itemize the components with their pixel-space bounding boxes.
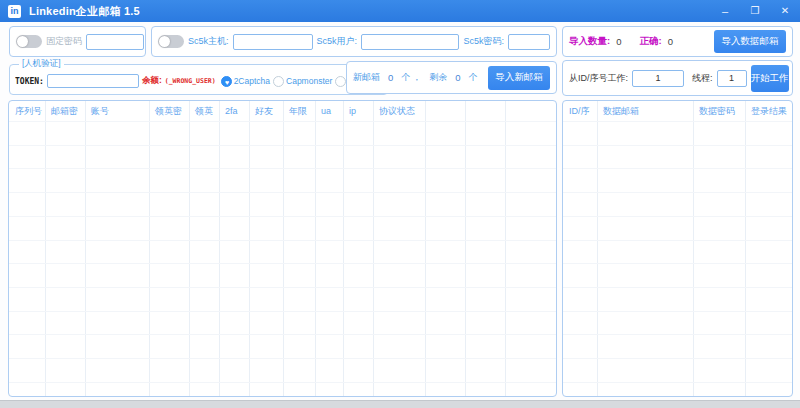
row-line xyxy=(9,121,556,122)
radio-capmonster-label: Capmonster xyxy=(286,76,332,86)
title-bar: in Linkedin企业邮箱 1.5 – ❐ ✕ xyxy=(0,0,800,22)
remain-label: 剩余 xyxy=(429,71,447,84)
col-li-cookie: 领英Ck xyxy=(189,101,219,121)
thread-input[interactable] xyxy=(717,70,747,87)
import-data-mail-button[interactable]: 导入数据邮箱 xyxy=(714,30,786,53)
thread-label: 线程: xyxy=(692,72,713,85)
maximize-button[interactable]: ❐ xyxy=(748,5,762,17)
row-line xyxy=(9,192,556,193)
remain-value: 0 xyxy=(455,72,460,83)
mailbox-count-value: 0 xyxy=(388,72,393,83)
socks-host-label: Sc5k主机: xyxy=(188,35,229,48)
socks-pass-input[interactable] xyxy=(508,34,550,50)
col-ua: ua xyxy=(315,101,343,121)
row-line xyxy=(9,287,556,288)
row-line xyxy=(563,121,792,122)
row-line xyxy=(563,382,792,383)
remain-unit: 个 xyxy=(469,71,478,84)
mailbox-count-unit: 个 xyxy=(401,71,410,84)
col-friends: 好友 xyxy=(249,101,283,121)
col-ip: ip xyxy=(343,101,373,121)
fixed-password-input[interactable] xyxy=(86,34,144,50)
token-input[interactable] xyxy=(47,74,139,88)
socks-host-input[interactable] xyxy=(233,34,313,50)
col-id: ID/序号 xyxy=(563,101,597,121)
row-line xyxy=(563,334,792,335)
row-line xyxy=(9,334,556,335)
socks-user-input[interactable] xyxy=(361,34,459,50)
row-line xyxy=(563,192,792,193)
socks-pass-label: Sc5k密码: xyxy=(463,35,504,48)
fixed-password-panel: 固定密码 xyxy=(9,26,146,57)
col-age: 年限 xyxy=(283,101,315,121)
col-proto-status: 协议状态 xyxy=(373,101,425,121)
col-2fa: 2fa xyxy=(219,101,249,121)
work-from-label: 从ID/序号工作: xyxy=(569,72,628,85)
col-data-password: 数据密码 xyxy=(693,101,745,121)
row-line xyxy=(563,287,792,288)
fixed-password-toggle[interactable] xyxy=(16,35,42,48)
row-line xyxy=(563,168,792,169)
socks-user-label: Sc5k用户: xyxy=(317,35,358,48)
row-line xyxy=(9,311,556,312)
toggle-knob-icon xyxy=(17,36,28,47)
row-line xyxy=(9,168,556,169)
close-button[interactable]: ✕ xyxy=(778,5,792,17)
fixed-password-label: 固定密码 xyxy=(46,35,82,48)
radio-unselected-icon xyxy=(335,76,346,87)
mailbox-count-label: 新邮箱 xyxy=(353,71,380,84)
radio-unselected-icon xyxy=(273,76,284,87)
row-line xyxy=(563,263,792,264)
row-line xyxy=(563,216,792,217)
token-label: TOKEN: xyxy=(15,77,44,86)
balance-value: (_WRONG_USER) xyxy=(165,77,216,85)
linkedin-logo-icon: in xyxy=(8,5,21,18)
minimize-button[interactable]: – xyxy=(718,5,732,17)
socks-panel: Sc5k主机: Sc5k用户: Sc5k密码: xyxy=(151,26,557,57)
radio-selected-icon xyxy=(221,76,232,87)
separator: ， xyxy=(412,71,421,84)
correct-count-label: 正确: xyxy=(639,35,661,48)
captcha-legend: [人机验证] xyxy=(19,58,64,70)
taskbar-edge xyxy=(0,400,800,408)
col-li-password: 领英密码 xyxy=(149,101,189,121)
row-line xyxy=(9,358,556,359)
app-window: in Linkedin企业邮箱 1.5 – ❐ ✕ 固定密码 Sc5k主机: S… xyxy=(0,0,800,408)
import-new-mail-button[interactable]: 导入新邮箱 xyxy=(488,66,550,90)
import-count-value: 0 xyxy=(616,36,621,47)
import-stats-panel: 导入数量: 0 正确: 0 导入数据邮箱 xyxy=(562,26,793,57)
row-line xyxy=(563,145,792,146)
row-line xyxy=(9,145,556,146)
col-data-mail: 数据邮箱 xyxy=(597,101,693,121)
col-account: 账号 xyxy=(85,101,149,121)
mailbox-count-panel: 新邮箱 0 个 ， 剩余 0 个 导入新邮箱 xyxy=(346,61,557,94)
row-line xyxy=(9,240,556,241)
work-panel: 从ID/序号工作: 线程: 开始工作 xyxy=(562,60,793,96)
row-line xyxy=(9,263,556,264)
balance-label: 余额: xyxy=(142,75,162,87)
correct-count-value: 0 xyxy=(668,36,673,47)
socks-toggle[interactable] xyxy=(158,35,184,48)
accounts-table[interactable]: 序列号 邮箱密码 账号 领英密码 领英Ck 2fa 好友 年限 ua ip 协议… xyxy=(8,100,557,397)
radio-2captcha[interactable]: 2Captcha xyxy=(221,76,270,87)
start-work-button[interactable]: 开始工作 xyxy=(751,65,789,92)
data-mail-table[interactable]: ID/序号 数据邮箱 数据密码 登录结果 xyxy=(562,100,793,397)
col-login-result: 登录结果 xyxy=(745,101,792,121)
captcha-panel: [人机验证] TOKEN: 余额: (_WRONG_USER) 2Captcha… xyxy=(9,58,388,95)
row-line xyxy=(9,216,556,217)
row-line xyxy=(563,240,792,241)
import-count-label: 导入数量: xyxy=(569,35,610,48)
radio-2captcha-label: 2Captcha xyxy=(234,76,270,86)
work-from-input[interactable] xyxy=(632,70,684,87)
window-title: Linkedin企业邮箱 1.5 xyxy=(29,4,140,19)
row-line xyxy=(9,382,556,383)
toggle-knob-icon xyxy=(159,36,170,47)
radio-capmonster[interactable]: Capmonster xyxy=(273,76,332,87)
row-line xyxy=(563,311,792,312)
col-serial: 序列号 xyxy=(9,101,45,121)
col-mail-password: 邮箱密码 xyxy=(45,101,85,121)
row-line xyxy=(563,358,792,359)
